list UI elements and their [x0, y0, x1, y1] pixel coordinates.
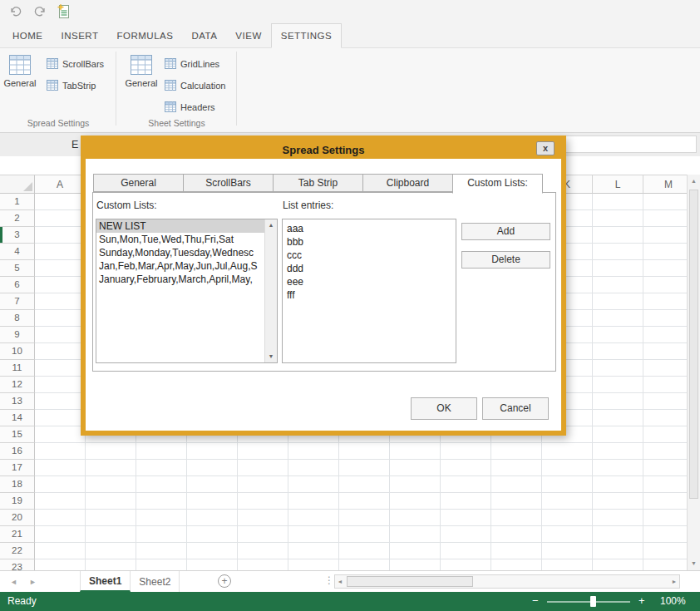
- general-sheet-label: General: [121, 78, 161, 88]
- custom-lists-listbox[interactable]: NEW LISTSun,Mon,Tue,Wed,Thu,Fri,SatSunda…: [96, 219, 278, 363]
- row-header-6[interactable]: 6: [0, 277, 35, 293]
- row-header-4[interactable]: 4: [0, 244, 35, 260]
- list-entry: ccc: [287, 249, 456, 262]
- scrollbars-button[interactable]: ScrollBars: [47, 57, 104, 71]
- scrollbars-label: ScrollBars: [62, 59, 104, 69]
- sheet-tab-sheet1[interactable]: Sheet1: [80, 571, 131, 592]
- row-header-20[interactable]: 20: [0, 510, 35, 526]
- row-header-22[interactable]: 22: [0, 543, 35, 559]
- vertical-scrollbar-thumb[interactable]: [689, 190, 698, 499]
- calculation-icon: [165, 80, 176, 92]
- scroll-right-icon[interactable]: ►: [669, 575, 679, 588]
- undo-icon[interactable]: [8, 4, 23, 19]
- general-spread-label: General: [0, 78, 40, 88]
- row-header-18[interactable]: 18: [0, 476, 35, 493]
- sheet-tab-sheet2[interactable]: Sheet2: [131, 571, 180, 592]
- row-header-15[interactable]: 15: [0, 426, 35, 443]
- ribbon-tab-insert[interactable]: INSERT: [52, 23, 108, 47]
- gridlines-button[interactable]: GridLines: [165, 57, 225, 71]
- scroll-up-icon[interactable]: ▲: [688, 175, 700, 188]
- horizontal-scrollbar-thumb[interactable]: [347, 576, 473, 587]
- dialog-title-bar[interactable]: Spread Settings x: [86, 140, 561, 159]
- add-sheet-icon[interactable]: +: [218, 574, 231, 588]
- calculation-button[interactable]: Calculation: [165, 78, 225, 93]
- zoom-level[interactable]: 100%: [660, 595, 686, 607]
- row-header-5[interactable]: 5: [0, 260, 35, 277]
- ok-button[interactable]: OK: [411, 397, 477, 420]
- close-icon[interactable]: x: [536, 141, 555, 155]
- column-header-L[interactable]: L: [593, 175, 643, 194]
- row-header-13[interactable]: 13: [0, 393, 35, 410]
- row-header-21[interactable]: 21: [0, 526, 35, 543]
- gridlines-icon: [165, 58, 176, 71]
- row-header-8[interactable]: 8: [0, 310, 35, 327]
- list-entry: bbb: [287, 235, 456, 249]
- quick-access-toolbar: [0, 0, 700, 23]
- dialog-tab-scrollbars[interactable]: ScrollBars: [183, 174, 274, 192]
- ribbon-tab-home[interactable]: HOME: [3, 23, 52, 47]
- dialog-tab-general[interactable]: General: [93, 174, 184, 192]
- general-sheet-button[interactable]: General: [121, 53, 161, 88]
- redo-icon[interactable]: [32, 4, 47, 19]
- name-box[interactable]: E: [71, 139, 78, 150]
- zoom-out-icon[interactable]: −: [532, 594, 539, 607]
- ribbon-tab-settings[interactable]: SETTINGS: [271, 23, 343, 48]
- ribbon-group-spread-settings: General ScrollBars TabStrip Spread Setti…: [0, 48, 116, 132]
- list-entries-box[interactable]: aaabbbcccdddeeefff: [282, 219, 456, 363]
- vertical-scrollbar[interactable]: ▲ ▼: [687, 175, 700, 570]
- row-header-11[interactable]: 11: [0, 360, 35, 377]
- listbox-scrollbar[interactable]: ▲ ▼: [264, 219, 277, 362]
- column-header-A[interactable]: A: [35, 175, 86, 194]
- next-sheet-icon[interactable]: ►: [29, 578, 37, 586]
- row-header-10[interactable]: 10: [0, 343, 35, 360]
- headers-label: Headers: [180, 102, 215, 112]
- scroll-down-icon[interactable]: ▼: [688, 557, 700, 570]
- select-all-corner[interactable]: [0, 175, 35, 194]
- horizontal-scrollbar[interactable]: ◄ ►: [334, 574, 680, 589]
- row-header-7[interactable]: 7: [0, 293, 35, 310]
- custom-list-item[interactable]: January,February,March,April,May,: [96, 273, 264, 286]
- row-header-14[interactable]: 14: [0, 410, 35, 426]
- scroll-down-icon[interactable]: ▼: [265, 351, 277, 362]
- splitter-icon[interactable]: ⋮: [324, 574, 334, 586]
- dialog-body: General ScrollBars Tab Strip Clipboard C…: [86, 159, 561, 431]
- dialog-tab-clipboard[interactable]: Clipboard: [362, 174, 453, 192]
- row-header-16[interactable]: 16: [0, 443, 35, 460]
- zoom-in-icon[interactable]: +: [638, 594, 645, 607]
- headers-icon: [165, 101, 176, 114]
- zoom-slider-thumb[interactable]: [590, 596, 596, 607]
- sheet-settings-group-label: Sheet Settings: [116, 118, 237, 128]
- row-header-9[interactable]: 9: [0, 327, 35, 343]
- column-header-M[interactable]: M: [643, 175, 687, 194]
- status-bar: Ready − + 100%: [0, 592, 700, 611]
- row-header-12[interactable]: 12: [0, 377, 35, 393]
- ribbon-tab-view[interactable]: VIEW: [226, 23, 270, 47]
- delete-button[interactable]: Delete: [461, 251, 550, 269]
- row-header-17[interactable]: 17: [0, 460, 35, 476]
- prev-sheet-icon[interactable]: ◄: [10, 578, 17, 586]
- cancel-button[interactable]: Cancel: [482, 397, 549, 420]
- row-header-23[interactable]: 23: [0, 559, 35, 570]
- dialog-tab-tab-strip[interactable]: Tab Strip: [273, 174, 363, 192]
- new-file-icon[interactable]: [57, 4, 71, 19]
- row-header-1[interactable]: 1: [0, 194, 35, 210]
- dialog-tab-custom-lists[interactable]: Custom Lists:: [452, 174, 543, 194]
- tabstrip-button[interactable]: TabStrip: [47, 78, 104, 93]
- ribbon-tab-formulas[interactable]: FORMULAS: [107, 23, 182, 47]
- zoom-slider-track[interactable]: [547, 601, 630, 603]
- scroll-left-icon[interactable]: ◄: [335, 575, 345, 588]
- custom-list-item[interactable]: NEW LIST: [96, 219, 264, 233]
- row-header-3[interactable]: 3: [0, 227, 35, 244]
- headers-button[interactable]: Headers: [165, 100, 225, 115]
- scrollbars-icon: [47, 58, 58, 71]
- ribbon-tab-data[interactable]: DATA: [182, 23, 226, 47]
- custom-list-item[interactable]: Sunday,Monday,Tuesday,Wednesc: [96, 246, 264, 259]
- add-button[interactable]: Add: [461, 223, 550, 240]
- scroll-up-icon[interactable]: ▲: [265, 219, 277, 231]
- general-spread-button[interactable]: General: [0, 53, 40, 88]
- row-header-19[interactable]: 19: [0, 493, 35, 510]
- custom-list-item[interactable]: Sun,Mon,Tue,Wed,Thu,Fri,Sat: [96, 233, 264, 246]
- spreadsheet-app: HOME INSERT FORMULAS DATA VIEW SETTINGS …: [0, 0, 700, 611]
- custom-list-item[interactable]: Jan,Feb,Mar,Apr,May,Jun,Jul,Aug,S: [96, 259, 264, 273]
- row-header-2[interactable]: 2: [0, 210, 35, 227]
